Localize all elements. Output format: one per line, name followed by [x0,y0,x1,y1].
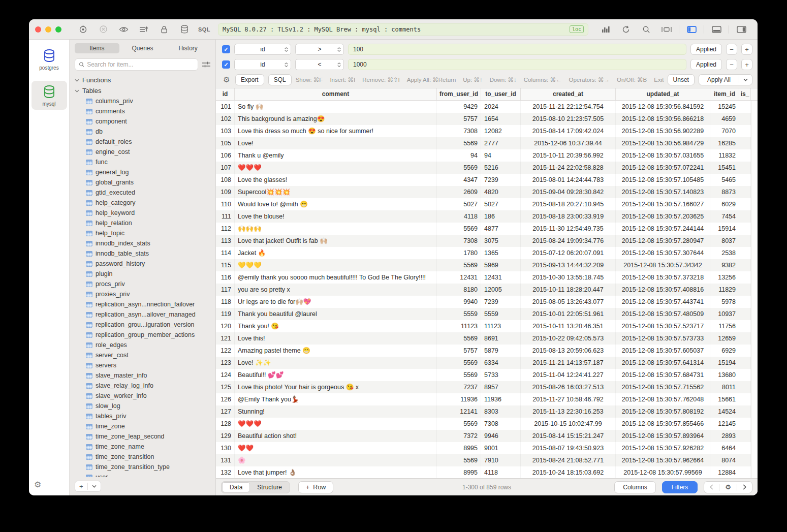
sidebar-table-item[interactable]: servers [75,360,215,370]
cell-updated_at[interactable]: 2015-12-08 15:30:57.307644 [616,247,710,259]
table-row[interactable]: 131🌸556979102015-08-24 21:08:52.7712015-… [216,454,751,466]
cell-is_[interactable] [739,162,751,174]
cell-comment[interactable]: Beautiful action shot! [235,430,437,442]
cell-from_user_id[interactable]: 5757 [437,113,481,125]
cell-created_at[interactable]: 2015-10-11 18:28:20.447 [521,284,616,296]
cell-from_user_id[interactable]: 7308 [437,235,481,247]
sidebar-table-item[interactable]: server_cost [75,350,215,360]
cell-is_[interactable] [739,405,751,418]
cell-is_[interactable] [739,454,751,466]
cell-id[interactable]: 131 [216,454,235,466]
cell-is_[interactable] [739,223,751,235]
export-button[interactable]: Export [235,74,264,85]
minimize-window-button[interactable] [45,26,51,33]
item-search-field[interactable] [75,58,198,71]
filter-settings-gear-icon[interactable]: ⚙ [222,75,231,84]
cell-item_id[interactable]: 6929 [710,345,739,357]
cell-item_id[interactable]: 15245 [710,101,739,113]
cell-item_id[interactable]: 8074 [710,454,739,466]
cell-id[interactable]: 115 [216,259,235,271]
cell-from_user_id[interactable]: 4118 [437,210,481,223]
cell-created_at[interactable]: 2015-08-18 23:00:33.919 [521,210,616,223]
cell-from_user_id[interactable]: 8180 [437,284,481,296]
cell-comment[interactable]: Love that jumper! 👌🏽 [235,466,437,478]
cell-from_user_id[interactable]: 5757 [437,345,481,357]
cell-id[interactable]: 108 [216,174,235,186]
cell-comment[interactable]: 🌸 [235,454,437,466]
cell-updated_at[interactable]: 2015-12-08 15:30:57.443741 [616,296,710,308]
cell-is_[interactable] [739,137,751,149]
cell-updated_at[interactable]: 2015-12-08 15:30:57.244144 [616,223,710,235]
search-icon[interactable] [636,25,656,34]
cell-id[interactable]: 101 [216,101,235,113]
sidebar-table-item[interactable]: help_keyword [75,208,215,218]
cell-from_user_id[interactable]: 5569 [437,369,481,381]
cell-from_user_id[interactable]: 4347 [437,174,481,186]
cell-item_id[interactable]: 12884 [710,466,739,478]
table-row[interactable]: 119Thank you beautiful @laurel5559555920… [216,308,751,320]
cell-created_at[interactable]: 2015-10-11 20:39:56.992 [521,149,616,162]
tree-group-tables[interactable]: Tables [75,85,215,96]
connection-postgres[interactable]: postgres [32,45,67,74]
cell-to_user_id[interactable]: 2777 [481,137,521,149]
cell-from_user_id[interactable]: 8995 [437,442,481,454]
cell-created_at[interactable]: 2015-07-12 06:20:07.091 [521,247,616,259]
cell-is_[interactable] [739,149,751,162]
cell-created_at[interactable]: 2015-08-01 14:24:44.783 [521,174,616,186]
cell-created_at[interactable]: 2015-08-14 17:09:42.024 [521,125,616,137]
sidebar-table-item[interactable]: help_topic [75,228,215,238]
cell-to_user_id[interactable]: 4877 [481,223,521,235]
cell-updated_at[interactable]: 2015-12-08 15:30:57.762048 [616,393,710,405]
chevron-down-icon[interactable] [88,485,101,488]
cell-to_user_id[interactable]: 2024 [481,101,521,113]
cell-id[interactable]: 117 [216,284,235,296]
filter-operator-select[interactable]: < [295,59,344,70]
cell-comment[interactable]: Thank you! 😘 [235,320,437,332]
column-header-is_[interactable]: is_ [739,88,751,100]
cell-from_user_id[interactable]: 5569 [437,454,481,466]
cell-id[interactable]: 120 [216,320,235,332]
cell-created_at[interactable]: 2015-08-26 16:03:27.513 [521,381,616,393]
cell-item_id[interactable]: 2893 [710,430,739,442]
sidebar-table-item[interactable]: slave_master_info [75,370,215,381]
cell-created_at[interactable]: 2015-08-24 19:09:34.776 [521,235,616,247]
sidebar-table-item[interactable]: replication_group_member_actions [75,330,215,340]
cell-created_at[interactable]: 2015-11-30 12:54:49.735 [521,223,616,235]
sidebar-table-item[interactable]: time_zone [75,421,215,431]
cell-is_[interactable] [739,235,751,247]
cell-comment[interactable]: Amazing pastel theme 😁 [235,345,437,357]
cell-id[interactable]: 110 [216,198,235,210]
vertical-scrollbar[interactable] [751,101,758,478]
cell-comment[interactable]: Love! [235,137,437,149]
cell-item_id[interactable]: 5978 [710,296,739,308]
cell-created_at[interactable]: 2015-11-13 22:30:16.253 [521,405,616,418]
cell-item_id[interactable]: 9382 [710,259,739,271]
table-row[interactable]: 118Ur legs are to die for🙌🏼💖994072392015… [216,296,751,308]
database-icon[interactable] [174,25,195,34]
filter-value-input[interactable] [348,44,686,55]
table-row[interactable]: 105Love!556927772015-12-06 10:37:39.4420… [216,137,751,149]
cell-item_id[interactable]: 11832 [710,149,739,162]
cell-from_user_id[interactable]: 1780 [437,247,481,259]
cell-item_id[interactable]: 15194 [710,357,739,369]
cell-comment[interactable]: So fly 🙌🏼 [235,101,437,113]
cell-to_user_id[interactable]: 5969 [481,259,521,271]
cell-from_user_id[interactable]: 5569 [437,259,481,271]
cell-from_user_id[interactable]: 5559 [437,308,481,320]
table-row[interactable]: 116@emily thank you soooo much beautiful… [216,271,751,284]
cell-updated_at[interactable]: 2015-12-08 15:30:57.031655 [616,149,710,162]
cell-item_id[interactable]: 6464 [710,442,739,454]
cell-comment[interactable]: Love this dress so much 😍 so nice for su… [235,125,437,137]
sidebar-table-item[interactable]: default_roles [75,137,215,147]
table-row[interactable]: 106Thank u @emily94942015-10-11 20:39:56… [216,149,751,162]
tab-items[interactable]: Items [75,43,119,53]
cell-id[interactable]: 114 [216,247,235,259]
cell-to_user_id[interactable]: 8957 [481,381,521,393]
cell-updated_at[interactable]: 2015-12-08 15:30:56.984729 [616,137,710,149]
table-row[interactable]: 108Love the glasses!434772392015-08-01 1… [216,174,751,186]
cell-item_id[interactable]: 11829 [710,284,739,296]
cell-updated_at[interactable]: 2015-12-08 15:30:57.605037 [616,345,710,357]
refresh-icon[interactable] [616,25,636,34]
cell-from_user_id[interactable]: 5569 [437,223,481,235]
cell-comment[interactable]: Love! ✨✨ [235,357,437,369]
